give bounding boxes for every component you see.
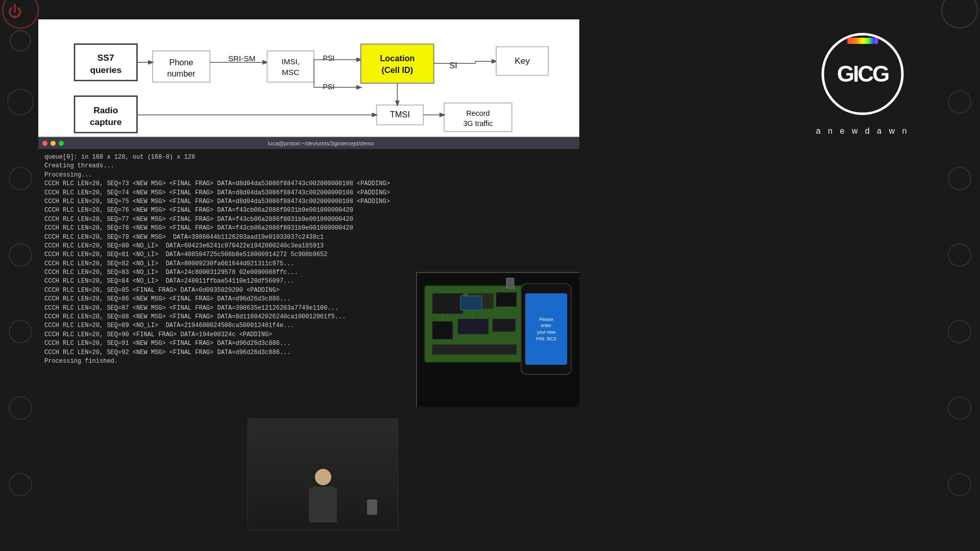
svg-point-1 <box>10 31 31 51</box>
svg-text:MSC: MSC <box>282 68 299 77</box>
svg-rect-61 <box>432 344 517 355</box>
terminal-area: luca@proton:~/dev/umts/3gintercept/demo … <box>38 137 579 407</box>
svg-point-12 <box>948 244 971 266</box>
svg-text:GICG: GICG <box>837 61 889 86</box>
terminal-titlebar: luca@proton:~/dev/umts/3gintercept/demo <box>38 138 579 149</box>
terminal-line: CCCH RLC LEN=20, SEQ=73 <NEW MSG> <FINAL… <box>44 180 573 188</box>
svg-rect-60 <box>493 319 516 332</box>
terminal-line: CCCH RLC LEN=20, SEQ=75 <NEW MSG> <FINAL… <box>44 197 573 206</box>
svg-text:⏻: ⏻ <box>8 4 22 19</box>
svg-text:Phone: Phone <box>169 58 193 67</box>
terminal-line: CCCH RLC LEN=20, SEQ=74 <NEW MSG> <FINAL… <box>44 189 573 197</box>
svg-point-4 <box>9 244 32 266</box>
svg-point-13 <box>948 320 971 343</box>
svg-text:Location: Location <box>380 54 414 63</box>
svg-text:IMSI,: IMSI, <box>281 57 300 66</box>
svg-rect-64 <box>460 296 482 310</box>
terminal-line: CCCH RLC LEN=20, SEQ=77 <NEW MSG> <FINAL… <box>44 215 573 224</box>
logo-area: GICG a n e w d a w n <box>786 31 939 136</box>
terminal-line: CCCH RLC LEN=20, SEQ=81 <NO_LI> DATA=408… <box>44 251 573 259</box>
svg-text:queries: queries <box>90 65 121 75</box>
speaker-video-thumbnail <box>248 418 398 531</box>
svg-point-7 <box>9 473 32 496</box>
logo-svg: GICG <box>819 31 906 117</box>
svg-rect-28 <box>267 51 314 82</box>
svg-text:SS7: SS7 <box>97 53 114 63</box>
svg-text:Key: Key <box>514 56 530 66</box>
phone-device: Please enter your new PIN: 3IC3 <box>521 283 572 375</box>
svg-rect-36 <box>361 44 434 84</box>
svg-rect-58 <box>432 321 453 339</box>
terminal-line: Creating threads... <box>44 162 573 170</box>
phone-screen: Please enter your new PIN: 3IC3 <box>525 293 567 365</box>
terminal-line: CCCH RLC LEN=20, SEQ=78 <NEW MSG> <FINAL… <box>44 224 573 233</box>
svg-text:number: number <box>167 69 195 78</box>
svg-text:TMSI: TMSI <box>390 110 410 119</box>
svg-text:SRI-SM: SRI-SM <box>228 54 255 63</box>
svg-point-14 <box>948 397 971 419</box>
terminal-line: CCCH RLC LEN=20, SEQ=82 <NO_LI> DATA=800… <box>44 260 573 268</box>
hardware-overlay: Please enter your new PIN: 3IC3 <box>416 272 579 407</box>
minimize-dot[interactable] <box>51 141 56 146</box>
svg-point-10 <box>948 91 971 113</box>
svg-point-0 <box>3 0 38 28</box>
svg-point-2 <box>8 89 33 115</box>
svg-point-3 <box>9 167 32 190</box>
svg-point-5 <box>9 320 32 343</box>
svg-rect-65 <box>506 278 514 288</box>
terminal-title: luca@proton:~/dev/umts/3gintercept/demo <box>67 140 575 146</box>
svg-point-11 <box>948 167 971 190</box>
close-dot[interactable] <box>42 141 47 146</box>
svg-text:Record: Record <box>467 109 490 117</box>
diagram-area: SS7 queries Radio capture Phone number S… <box>38 19 579 137</box>
svg-rect-59 <box>458 319 488 334</box>
terminal-line: CCCH RLC LEN=20, SEQ=80 <NO_LI> DATA=604… <box>44 242 573 251</box>
phone-screen-text: Please enter your new PIN: 3IC3 <box>536 316 556 342</box>
svg-text:3G traffic: 3G traffic <box>463 119 493 128</box>
logo-tagline: a n e w d a w n <box>816 127 910 136</box>
svg-text:PSI: PSI <box>323 83 335 91</box>
svg-text:Radio: Radio <box>93 105 118 115</box>
svg-text:(Cell ID): (Cell ID) <box>382 65 413 74</box>
terminal-line: CCCH RLC LEN=20, SEQ=79 <NEW MSG> DATA=3… <box>44 233 573 242</box>
terminal-line: CCCH RLC LEN=20, SEQ=76 <NEW MSG> <FINAL… <box>44 206 573 215</box>
terminal-line: queue[0]: in 168 x 128, out (168-0) x 12… <box>44 153 573 162</box>
microphone <box>367 499 377 515</box>
diagram-svg: SS7 queries Radio capture Phone number S… <box>48 30 569 137</box>
hardware-photo: Please enter your new PIN: 3IC3 <box>417 273 579 407</box>
maximize-dot[interactable] <box>59 141 64 146</box>
svg-rect-55 <box>432 293 463 314</box>
svg-rect-57 <box>496 292 517 307</box>
main-slide: SS7 queries Radio capture Phone number S… <box>38 19 579 407</box>
terminal-line: Processing... <box>44 171 573 180</box>
speaker-head <box>315 469 331 485</box>
logo-container: GICG <box>819 31 906 117</box>
svg-point-6 <box>9 397 32 419</box>
svg-rect-67 <box>847 38 878 44</box>
svg-point-15 <box>948 473 971 496</box>
speaker-figure <box>309 469 337 522</box>
svg-text:SI: SI <box>449 61 457 70</box>
svg-text:capture: capture <box>90 117 122 127</box>
speaker-body <box>309 487 337 522</box>
svg-point-9 <box>942 0 977 28</box>
svg-text:PSI: PSI <box>323 54 335 62</box>
